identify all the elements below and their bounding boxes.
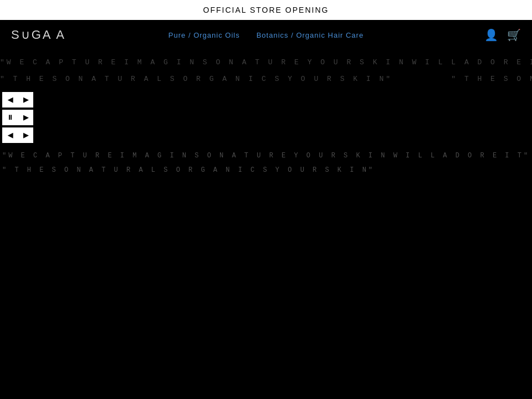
announcement-text: OFFICIAL STORE OPENING xyxy=(203,6,329,14)
main-content: "W E C A P T U R E I M A G I N S O N A T… xyxy=(0,50,532,178)
marquee-row-2: " T H E S O N A T U R A L S O R G A N I … xyxy=(0,70,532,90)
nav-link-haircare[interactable]: Botanics / Organic Hair Care xyxy=(257,31,364,39)
marquee-text-2: " T H E S O N A T U R A L S O R G A N I … xyxy=(0,75,532,83)
user-icon[interactable]: 👤 xyxy=(484,28,498,42)
display-text-row-2: " T H E S O N A T U R A L S O R G A N I … xyxy=(2,163,530,177)
logo[interactable]: S∪GA A xyxy=(11,28,66,42)
announcement-bar: OFFICIAL STORE OPENING xyxy=(0,0,532,20)
prev-button[interactable]: ◀ xyxy=(2,92,18,108)
next-button[interactable]: ▶ xyxy=(18,92,33,108)
marquee-text-1: "W E C A P T U R E I M A G I N S O N A T… xyxy=(0,58,532,66)
arrow-row-bottom: ◀ ▶ xyxy=(2,127,532,143)
pause-button[interactable]: ⏸ xyxy=(2,110,18,125)
nav-center: Pure / Organic Oils Botanics / Organic H… xyxy=(168,31,364,39)
arrow-row-top: ◀ ▶ xyxy=(2,92,532,108)
pause-play-row: ⏸ ▶ xyxy=(2,110,532,125)
marquee-row-1: "W E C A P T U R E I M A G I N S O N A T… xyxy=(0,50,532,70)
nav-link-oils[interactable]: Pure / Organic Oils xyxy=(168,31,240,39)
controls-area: ◀ ▶ ⏸ ▶ ◀ ▶ xyxy=(0,90,532,143)
prev2-button[interactable]: ◀ xyxy=(2,127,18,143)
cart-icon[interactable]: 🛒 xyxy=(507,28,521,42)
display-text-row-1: "W E C A P T U R E I M A G I N S O N A T… xyxy=(2,149,530,163)
play-button[interactable]: ▶ xyxy=(18,110,33,125)
text-display-area: "W E C A P T U R E I M A G I N S O N A T… xyxy=(0,143,532,178)
nav-icons: 👤 🛒 xyxy=(484,28,521,42)
next2-button[interactable]: ▶ xyxy=(18,127,33,143)
header: S∪GA A Pure / Organic Oils Botanics / Or… xyxy=(0,20,532,50)
